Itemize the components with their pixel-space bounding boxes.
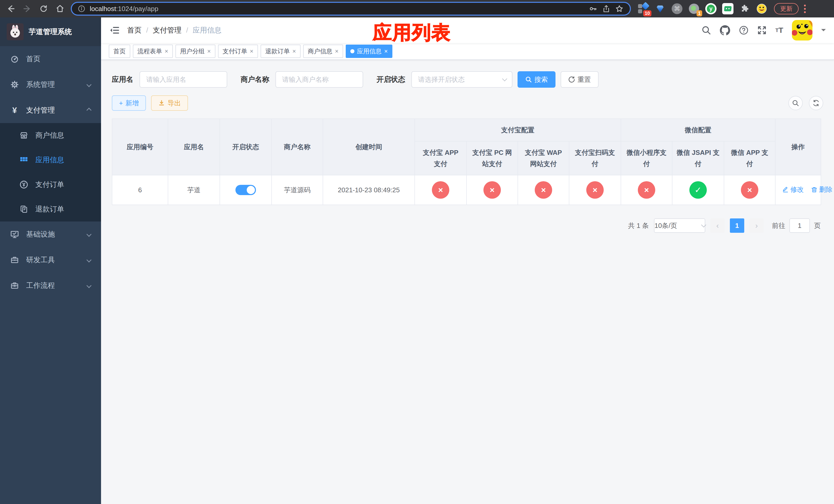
add-button[interactable]: + 新增 — [112, 95, 146, 111]
plus-icon: + — [119, 99, 123, 107]
page-number-button[interactable]: 1 — [730, 219, 744, 233]
fullscreen-icon[interactable] — [757, 26, 767, 35]
top-navbar: 首页 / 支付管理 / 应用信息 — [101, 18, 834, 43]
close-icon[interactable]: × — [335, 48, 338, 54]
bookmark-star-icon[interactable] — [615, 4, 624, 13]
tags-view-bar: 首页 流程表单× 用户分组× 支付订单× 退款订单× 商户信息× 应用信息× — [101, 43, 834, 60]
header-search-icon[interactable] — [701, 25, 711, 35]
browser-menu-icon[interactable] — [804, 5, 806, 13]
chrome-update-button[interactable]: 更新 — [774, 3, 798, 14]
home-icon[interactable] — [53, 2, 67, 15]
tab-refund-orders[interactable]: 退款订单× — [261, 45, 301, 58]
next-page-button[interactable]: › — [749, 219, 764, 233]
chevron-down-icon — [502, 76, 507, 81]
sidebar-item-dev-tools[interactable]: 研发工具 — [0, 247, 101, 273]
group-header-alipay: 支付宝配置 — [415, 119, 621, 141]
toolbox-icon — [10, 256, 19, 264]
sidebar-item-system[interactable]: 系统管理 — [0, 72, 101, 97]
delete-link[interactable]: 删除 — [811, 185, 832, 194]
breadcrumb: 首页 / 支付管理 / 应用信息 — [127, 25, 222, 35]
breadcrumb-home[interactable]: 首页 — [127, 25, 141, 35]
translate-extension-icon[interactable]: 10 — [637, 3, 649, 15]
app-name-input[interactable] — [139, 71, 227, 88]
reload-icon[interactable] — [37, 2, 50, 15]
workflow-icon — [10, 281, 19, 290]
forward-icon[interactable] — [21, 2, 34, 15]
command-extension-icon[interactable]: ⌘ — [671, 3, 683, 15]
logo-rabbit-image — [7, 23, 24, 40]
breadcrumb-payment[interactable]: 支付管理 — [153, 25, 181, 35]
col-header-merchant: 商户名称 — [271, 119, 323, 175]
search-icon — [525, 76, 532, 83]
chevron-down-icon — [86, 257, 91, 262]
tab-user-group[interactable]: 用户分组× — [175, 45, 215, 58]
merchant-name-input[interactable] — [276, 71, 363, 88]
page-size-select[interactable]: 10条/页 — [654, 219, 705, 233]
download-icon — [158, 100, 165, 107]
site-info-icon[interactable] — [78, 5, 85, 12]
sidebar-item-refund-orders[interactable]: 退款订单 — [0, 197, 101, 222]
enabled-toggle[interactable] — [236, 185, 256, 195]
search-button[interactable]: 搜索 — [518, 71, 555, 88]
app-window: localhost:1024/pay/app 10 ⌘ 1 — [0, 0, 834, 504]
sidebar-item-workflow[interactable]: 工作流程 — [0, 273, 101, 298]
sidebar-item-pay-orders[interactable]: 支付订单 — [0, 172, 101, 197]
edit-link[interactable]: 修改 — [782, 185, 804, 194]
tab-app-info[interactable]: 应用信息× — [346, 45, 392, 58]
back-icon[interactable] — [4, 2, 18, 15]
puzzle-extensions-icon[interactable] — [739, 3, 751, 15]
status-label: 开启状态 — [376, 75, 405, 84]
help-icon[interactable] — [739, 25, 749, 35]
share-icon[interactable] — [602, 5, 610, 13]
vue-devtools-icon[interactable]: y — [705, 3, 717, 15]
payment-submenu: 商户信息 应用信息 支付订单 — [0, 123, 101, 222]
avatar-dropdown-caret[interactable] — [821, 29, 826, 33]
app-logo[interactable]: 芋道管理系统 — [0, 18, 101, 46]
breadcrumb-separator: / — [146, 26, 148, 35]
password-key-icon[interactable] — [589, 4, 597, 13]
sidebar-fold-icon[interactable] — [109, 25, 119, 36]
close-icon[interactable]: × — [292, 48, 296, 54]
status-badge: × — [432, 181, 449, 199]
cell-id: 6 — [112, 175, 168, 205]
close-icon[interactable]: × — [164, 48, 168, 54]
font-size-icon[interactable]: TT — [775, 26, 783, 35]
close-icon[interactable]: × — [250, 48, 254, 54]
url-text: localhost:1024/pay/app — [90, 5, 584, 13]
github-icon[interactable] — [720, 25, 730, 36]
close-icon[interactable]: × — [384, 48, 388, 54]
sidebar-item-home[interactable]: 首页 — [0, 46, 101, 72]
tab-pay-orders[interactable]: 支付订单× — [218, 45, 258, 58]
export-button[interactable]: 导出 — [151, 95, 188, 111]
goto-page-input[interactable] — [789, 219, 810, 233]
gear-icon — [10, 81, 19, 89]
status-select[interactable]: 请选择开启状态 — [411, 71, 512, 88]
tab-merchant-info[interactable]: 商户信息× — [303, 45, 343, 58]
hide-search-button[interactable] — [788, 96, 803, 110]
address-bar[interactable]: localhost:1024/pay/app — [71, 2, 631, 16]
tab-home[interactable]: 首页 — [109, 45, 130, 58]
sidebar-item-infrastructure[interactable]: 基础设施 — [0, 222, 101, 247]
refresh-table-button[interactable] — [809, 96, 823, 110]
prev-page-button[interactable]: ‹ — [710, 219, 725, 233]
user-avatar[interactable] — [792, 20, 812, 41]
gem-extension-icon[interactable] — [654, 3, 666, 15]
sidebar-item-payment[interactable]: ¥ 支付管理 — [0, 97, 101, 123]
col-header-action: 操作 — [775, 119, 821, 175]
reset-button[interactable]: 重置 — [561, 71, 598, 88]
close-icon[interactable]: × — [207, 48, 211, 54]
goto-label: 前往 — [772, 221, 785, 230]
table-toolbar: + 新增 导出 — [112, 95, 823, 111]
merchant-name-label: 商户名称 — [241, 75, 269, 84]
total-count: 共 1 条 — [628, 221, 649, 230]
chat-extension-icon[interactable] — [722, 3, 734, 15]
sidebar-item-app-info[interactable]: 应用信息 — [0, 148, 101, 172]
tab-process-form[interactable]: 流程表单× — [133, 45, 173, 58]
recorder-extension-icon[interactable]: 1 — [688, 3, 700, 15]
grid-icon — [20, 156, 28, 164]
chevron-down-icon — [86, 283, 91, 288]
chevron-down-icon — [701, 222, 706, 227]
dashboard-icon — [10, 55, 19, 63]
sidebar-item-merchant-info[interactable]: 商户信息 — [0, 123, 101, 148]
profile-avatar-icon[interactable] — [755, 3, 768, 15]
